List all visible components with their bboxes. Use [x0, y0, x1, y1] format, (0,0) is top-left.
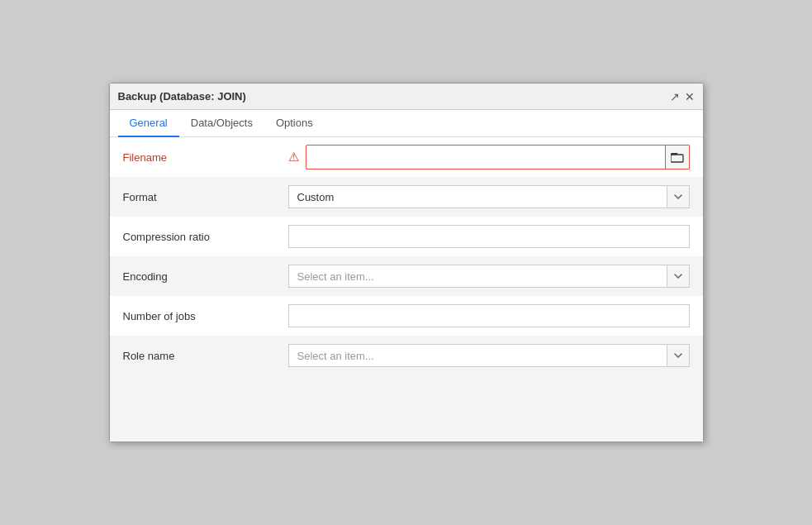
chevron-down-icon [674, 194, 682, 199]
chevron-down-icon [674, 274, 682, 279]
format-label: Format [123, 191, 288, 203]
role-name-label: Role name [123, 350, 288, 362]
dialog-titlebar: Backup (Database: JOIN) ↗ ✕ [110, 84, 703, 110]
encoding-label: Encoding [123, 270, 288, 283]
number-of-jobs-control [288, 304, 690, 327]
role-name-row: Role name Select an item... [110, 336, 703, 375]
format-control: Custom [288, 185, 690, 208]
dialog-body: Filename ⚠ Format [110, 137, 703, 441]
close-icon[interactable]: ✕ [685, 91, 695, 103]
titlebar-icons: ↗ ✕ [670, 91, 695, 103]
encoding-select-display[interactable]: Select an item... [288, 265, 667, 288]
tab-general[interactable]: General [118, 110, 179, 137]
filename-input[interactable] [306, 146, 666, 169]
format-select-wrapper: Custom [288, 185, 690, 208]
chevron-down-icon [674, 353, 682, 358]
format-dropdown-arrow[interactable] [667, 185, 690, 208]
number-of-jobs-label: Number of jobs [123, 310, 288, 322]
encoding-row: Encoding Select an item... [110, 256, 703, 296]
role-name-select-wrapper: Select an item... [288, 344, 690, 367]
compression-ratio-label: Compression ratio [123, 231, 288, 243]
encoding-select-wrapper: Select an item... [288, 265, 690, 288]
filename-error-icon: ⚠ [288, 150, 299, 165]
file-browse-button[interactable] [665, 145, 690, 169]
format-row: Format Custom [110, 177, 703, 217]
number-of-jobs-input[interactable] [288, 304, 690, 327]
dialog-title: Backup (Database: JOIN) [118, 90, 246, 103]
svg-rect-0 [671, 155, 683, 162]
encoding-dropdown-arrow[interactable] [667, 265, 690, 288]
filename-wrapper [306, 145, 690, 169]
dialog-footer [110, 375, 703, 441]
role-name-dropdown-arrow[interactable] [667, 344, 690, 367]
encoding-control: Select an item... [288, 265, 690, 288]
filename-control: ⚠ [288, 145, 690, 169]
role-name-select-display[interactable]: Select an item... [288, 344, 667, 367]
filename-row: Filename ⚠ [110, 137, 703, 177]
compression-ratio-control [288, 225, 690, 248]
format-select-display[interactable]: Custom [288, 185, 667, 208]
role-name-control: Select an item... [288, 344, 690, 367]
tab-options[interactable]: Options [264, 110, 325, 137]
number-of-jobs-row: Number of jobs [110, 296, 703, 336]
tab-bar: General Data/Objects Options [110, 110, 703, 137]
filename-label: Filename [123, 151, 288, 164]
expand-icon[interactable]: ↗ [670, 91, 680, 103]
compression-ratio-input[interactable] [288, 225, 690, 248]
folder-icon [671, 151, 684, 163]
backup-dialog: Backup (Database: JOIN) ↗ ✕ General Data… [109, 83, 704, 442]
compression-ratio-row: Compression ratio [110, 217, 703, 256]
tab-data-objects[interactable]: Data/Objects [179, 110, 264, 137]
